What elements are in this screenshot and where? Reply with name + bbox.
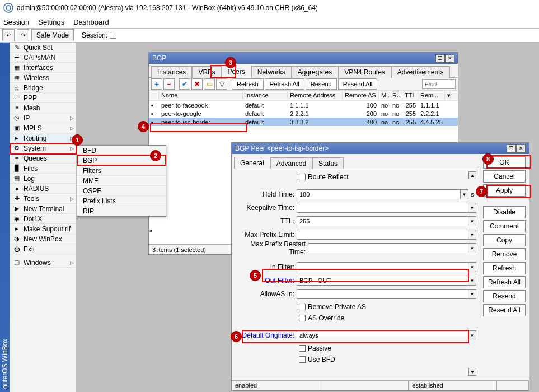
sidebar-item-quick-set[interactable]: ✎Quick Set (10, 43, 76, 53)
remove-private-as-checkbox[interactable] (299, 304, 306, 310)
resend-button[interactable]: Resend (483, 290, 526, 302)
bgp-peer-restore-button[interactable]: 🗖 (507, 144, 516, 153)
sidebar-item-bridge[interactable]: ⎌Bridge (10, 83, 76, 93)
form-scroll-up-icon[interactable]: ▲ (468, 171, 476, 179)
copy-button[interactable]: Copy (483, 234, 526, 246)
bgp-tab-vrfs[interactable]: VRFs (192, 66, 221, 78)
menu-settings[interactable]: Settings (38, 18, 64, 26)
bgp-tab-advertisements[interactable]: Advertisements (391, 66, 450, 78)
bgp-filter-button[interactable]: ▽ (216, 78, 227, 90)
bgp-resend-all-button[interactable]: Resend All (338, 78, 378, 90)
bgp-tab-peers[interactable]: Peers (221, 66, 251, 78)
out-filter-input[interactable]: BGP - OUT (297, 276, 468, 286)
menu-session[interactable]: Session (3, 18, 29, 26)
allowas-dropdown[interactable]: ▼ (468, 289, 476, 299)
bgp-enable-button[interactable]: ✔ (179, 78, 190, 90)
sidebar-item-tools[interactable]: ✚Tools▷ (10, 194, 76, 204)
bgp-refresh-all-button[interactable]: Refresh All (265, 78, 304, 90)
route-reflect-checkbox[interactable] (299, 174, 306, 180)
ttl-dropdown[interactable]: ▼ (468, 216, 476, 226)
sidebar-item-files[interactable]: ▉Files (10, 164, 76, 174)
form-scroll-down-icon[interactable]: ▼ (468, 368, 476, 376)
bgp-scroll-left-icon[interactable]: ◂ (149, 227, 156, 234)
max-prefix-restart-dropdown[interactable]: ▼ (468, 243, 476, 253)
table-row[interactable]: ▪peer-to-isp-borderdefault3.3.3.2400nono… (149, 118, 458, 126)
sidebar-item-ip[interactable]: ◎IP▷ (10, 113, 76, 123)
peer-tab-advanced[interactable]: Advanced (270, 157, 312, 169)
sidebar-item-windows[interactable]: ▢Windows▷ (10, 258, 76, 268)
max-prefix-input[interactable] (297, 230, 468, 240)
ttl-input[interactable]: 255 (297, 216, 468, 226)
sidebar-item-exit[interactable]: ⏻Exit (10, 244, 76, 254)
use-bfd-checkbox[interactable] (299, 356, 306, 363)
sidebar-item-log[interactable]: ▤Log (10, 174, 76, 184)
hold-time-input[interactable]: 180 (297, 189, 461, 199)
sidebar-item-system[interactable]: ⚙System▷ (10, 143, 76, 153)
bgp-window-close-button[interactable]: ✕ (445, 54, 454, 63)
default-originate-dropdown[interactable]: ▼ (468, 330, 476, 340)
bgp-refresh-button[interactable]: Refresh (232, 78, 264, 90)
bgp-add-button[interactable]: ＋ (151, 78, 162, 90)
hold-time-dropdown[interactable]: ▼ (461, 189, 468, 199)
sidebar-item-routing[interactable]: ▸Routing▷ (10, 133, 76, 143)
sidebar-item-new-terminal[interactable]: ▶New Terminal (10, 204, 76, 214)
cancel-button[interactable]: Cancel (483, 170, 526, 183)
sidebar-item-queues[interactable]: ≡Queues (10, 153, 76, 164)
resend-all-button[interactable]: Resend All (483, 304, 526, 316)
refresh-button[interactable]: Refresh (483, 262, 526, 274)
bgp-peer-titlebar[interactable]: BGP Peer <peer-to-isp-border> 🗖 ✕ (232, 143, 529, 154)
keepalive-dropdown[interactable]: ▼ (468, 203, 476, 213)
bgp-tab-vpn4-routes[interactable]: VPN4 Routes (338, 66, 391, 78)
bgp-tab-aggregates[interactable]: Aggregates (292, 66, 338, 78)
table-row[interactable]: ▪peer-to-facebookdefault1.1.1.1100nono25… (149, 101, 458, 109)
sidebar-item-mesh[interactable]: ✴Mesh (10, 103, 76, 113)
default-originate-input[interactable]: always (297, 330, 468, 340)
bgp-find-input[interactable] (422, 79, 456, 89)
max-prefix-restart-input[interactable] (308, 243, 468, 253)
undo-button[interactable]: ↶ (2, 29, 15, 41)
refresh-all-button[interactable]: Refresh All (483, 276, 526, 288)
menu-dashboard[interactable]: Dashboard (73, 18, 109, 26)
bgp-window-restore-button[interactable]: 🗖 (435, 54, 445, 63)
sidebar-item-interfaces[interactable]: ▦Interfaces (10, 63, 76, 73)
keepalive-input[interactable] (297, 203, 468, 213)
submenu-item-rip[interactable]: RIP (77, 206, 166, 216)
peer-tab-general[interactable]: General (234, 157, 270, 169)
sidebar-item-dot1x[interactable]: ◉Dot1X (10, 214, 76, 224)
in-filter-input[interactable] (297, 262, 468, 272)
sidebar-item-new-winbox[interactable]: ◑New WinBox (10, 234, 76, 244)
redo-button[interactable]: ↷ (17, 29, 29, 41)
bgp-tab-instances[interactable]: Instances (151, 66, 192, 78)
bgp-comment-button[interactable]: ▭ (204, 78, 215, 90)
submenu-item-filters[interactable]: Filters (77, 166, 166, 176)
remove-button[interactable]: Remove (483, 248, 526, 260)
bgp-disable-button[interactable]: ✖ (191, 78, 203, 90)
sidebar-item-capsman[interactable]: ☰CAPsMAN (10, 53, 76, 63)
max-prefix-dropdown[interactable]: ▼ (468, 230, 476, 240)
out-filter-dropdown[interactable]: ▼ (468, 276, 476, 286)
sidebar-item-radius[interactable]: ●RADIUS (10, 184, 76, 194)
in-filter-dropdown[interactable]: ▼ (468, 262, 476, 272)
peer-tab-status[interactable]: Status (312, 157, 344, 169)
as-override-checkbox[interactable] (299, 315, 306, 321)
sidebar-item-ppp[interactable]: ⋯PPP (10, 93, 76, 103)
sidebar-item-make-supout.rif[interactable]: ▸Make Supout.rif (10, 224, 76, 234)
submenu-item-ospf[interactable]: OSPF (77, 186, 166, 196)
submenu-item-prefix-lists[interactable]: Prefix Lists (77, 196, 166, 206)
bgp-peer-close-button[interactable]: ✕ (516, 144, 526, 153)
apply-button[interactable]: Apply (483, 184, 526, 197)
submenu-item-mme[interactable]: MME (77, 176, 166, 186)
sidebar-item-wireless[interactable]: ≋Wireless (10, 73, 76, 83)
bgp-window-titlebar[interactable]: BGP 🗖 ✕ (149, 53, 458, 64)
comment-button[interactable]: Comment (483, 220, 526, 232)
passive-checkbox[interactable] (299, 345, 306, 352)
allowas-input[interactable] (297, 289, 468, 299)
table-row[interactable]: ▪peer-to-googledefault2.2.2.1200nono2552… (149, 109, 458, 118)
bgp-remove-button[interactable]: － (163, 78, 175, 90)
disable-button[interactable]: Disable (483, 206, 526, 218)
bgp-resend-button[interactable]: Resend (306, 78, 337, 90)
sidebar-item-mpls[interactable]: ▣MPLS▷ (10, 123, 76, 133)
safe-mode-button[interactable]: Safe Mode (31, 29, 74, 41)
bgp-tab-networks[interactable]: Networks (251, 66, 292, 78)
session-checkbox[interactable] (110, 32, 116, 39)
